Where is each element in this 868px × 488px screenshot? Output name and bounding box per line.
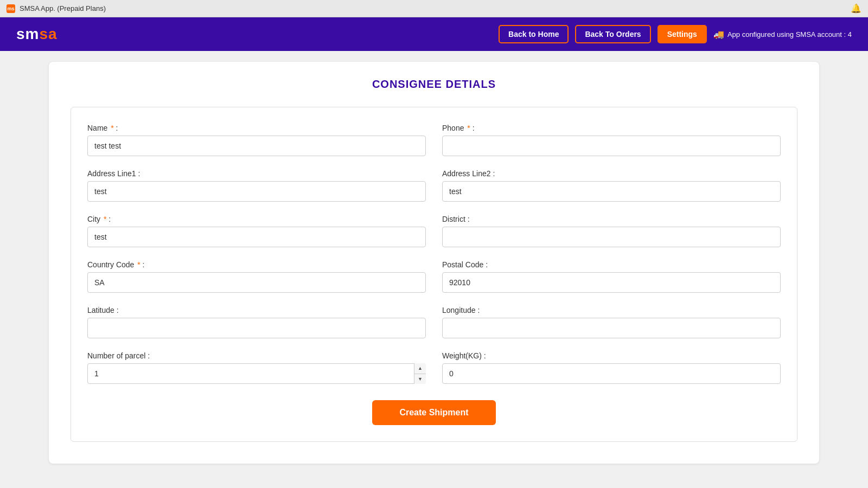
- group-city: City * :: [87, 215, 426, 247]
- create-shipment-button[interactable]: Create Shipment: [372, 400, 495, 425]
- weight-input[interactable]: [442, 363, 781, 384]
- country-code-input[interactable]: [87, 272, 426, 293]
- navbar: smsa Back to Home Back To Orders Setting…: [0, 17, 868, 51]
- postal-code-input[interactable]: [442, 272, 781, 293]
- logo: smsa: [16, 25, 58, 43]
- logo-sm: sm: [16, 25, 39, 42]
- row-city-district: City * : District :: [87, 215, 781, 247]
- app-info-text: App configured using SMSA account : 4: [727, 30, 852, 38]
- back-to-home-button[interactable]: Back to Home: [499, 25, 569, 43]
- logo-sa: sa: [39, 25, 57, 42]
- app-info: 🚚 App configured using SMSA account : 4: [713, 29, 852, 40]
- row-country-postal: Country Code * : Postal Code :: [87, 260, 781, 293]
- main-content: CONSIGNEE DETIALS Name * : Phone * :: [0, 51, 868, 474]
- label-number-of-parcel: Number of parcel :: [87, 351, 426, 360]
- create-btn-row: Create Shipment: [87, 400, 781, 425]
- group-longitude: Longitude :: [442, 306, 781, 338]
- form-card: CONSIGNEE DETIALS Name * : Phone * :: [49, 62, 819, 464]
- row-parcel-weight: Number of parcel : ▲ ▼ Weight(KG) :: [87, 351, 781, 384]
- required-star-city: *: [101, 215, 106, 223]
- app-icon: ms: [7, 4, 15, 13]
- group-postal-code: Postal Code :: [442, 260, 781, 293]
- group-latitude: Latitude :: [87, 306, 426, 338]
- label-phone: Phone * :: [442, 124, 781, 132]
- label-country-code: Country Code * :: [87, 260, 426, 269]
- row-name-phone: Name * : Phone * :: [87, 124, 781, 156]
- address-line1-input[interactable]: [87, 181, 426, 202]
- navbar-actions: Back to Home Back To Orders Settings 🚚 A…: [499, 25, 852, 43]
- label-latitude: Latitude :: [87, 306, 426, 314]
- number-of-parcel-input[interactable]: [87, 363, 426, 384]
- group-address-line2: Address Line2 :: [442, 169, 781, 202]
- district-input[interactable]: [442, 227, 781, 247]
- group-number-of-parcel: Number of parcel : ▲ ▼: [87, 351, 426, 384]
- label-city: City * :: [87, 215, 426, 223]
- required-star-name: *: [108, 124, 113, 132]
- label-longitude: Longitude :: [442, 306, 781, 314]
- parcel-decrement-button[interactable]: ▼: [414, 374, 426, 384]
- title-bar: ms SMSA App. (Prepaid Plans) 🔔: [0, 0, 868, 17]
- parcel-increment-button[interactable]: ▲: [414, 363, 426, 374]
- latitude-input[interactable]: [87, 318, 426, 338]
- label-address-line1: Address Line1 :: [87, 169, 426, 178]
- group-name: Name * :: [87, 124, 426, 156]
- group-district: District :: [442, 215, 781, 247]
- truck-icon: 🚚: [713, 29, 724, 40]
- label-name: Name * :: [87, 124, 426, 132]
- label-district: District :: [442, 215, 781, 223]
- city-input[interactable]: [87, 227, 426, 247]
- longitude-input[interactable]: [442, 318, 781, 338]
- group-weight: Weight(KG) :: [442, 351, 781, 384]
- row-lat-lng: Latitude : Longitude :: [87, 306, 781, 338]
- bell-icon[interactable]: 🔔: [851, 3, 861, 14]
- form-inner: Name * : Phone * : Address Line1 :: [71, 107, 797, 442]
- required-star-phone: *: [465, 124, 470, 132]
- parcel-spinner: ▲ ▼: [414, 363, 426, 384]
- phone-input[interactable]: [442, 136, 781, 156]
- address-line2-input[interactable]: [442, 181, 781, 202]
- label-postal-code: Postal Code :: [442, 260, 781, 269]
- settings-button[interactable]: Settings: [658, 25, 707, 43]
- label-address-line2: Address Line2 :: [442, 169, 781, 178]
- group-phone: Phone * :: [442, 124, 781, 156]
- label-weight: Weight(KG) :: [442, 351, 781, 360]
- app-title: SMSA App. (Prepaid Plans): [20, 4, 106, 12]
- required-star-country: *: [135, 260, 140, 269]
- name-input[interactable]: [87, 136, 426, 156]
- group-country-code: Country Code * :: [87, 260, 426, 293]
- number-of-parcel-wrapper: ▲ ▼: [87, 363, 426, 384]
- form-title: CONSIGNEE DETIALS: [71, 78, 797, 91]
- group-address-line1: Address Line1 :: [87, 169, 426, 202]
- back-to-orders-button[interactable]: Back To Orders: [575, 25, 650, 43]
- row-address: Address Line1 : Address Line2 :: [87, 169, 781, 202]
